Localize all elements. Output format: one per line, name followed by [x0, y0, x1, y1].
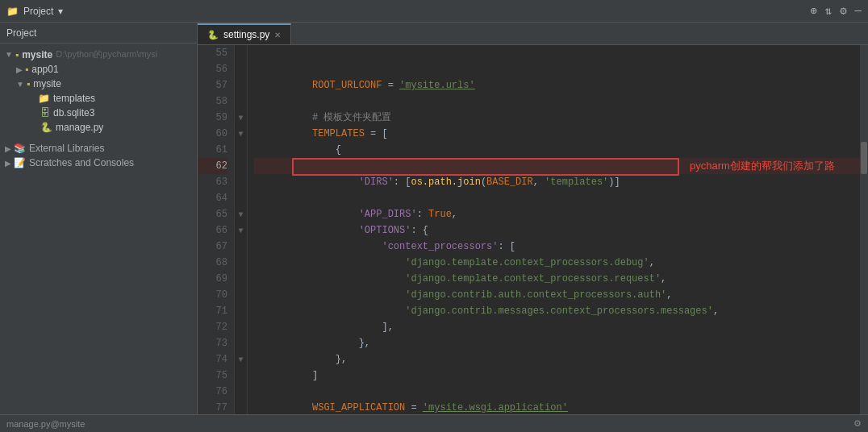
ln-55: 55	[198, 45, 227, 61]
ln-68: 68	[198, 255, 227, 271]
fg-72	[235, 319, 247, 335]
code-line-67: 'django.template.context_processors.debu…	[254, 239, 860, 255]
code-line-60: {	[254, 126, 860, 142]
tree-label-scratches: Scratches and Consoles	[29, 157, 134, 168]
add-icon[interactable]: ⊕	[810, 4, 816, 18]
fg-74[interactable]: ▼	[235, 351, 247, 368]
bottom-bar-right: ⚙	[853, 418, 862, 429]
project-tree[interactable]: ▼ ▪ mysite D:\python的pycharm\mysi ▶ ▪ ap…	[0, 44, 197, 414]
ln-69: 69	[198, 271, 227, 287]
minimize-icon[interactable]: —	[855, 4, 862, 18]
tab-bar: 🐍 settings.py ✕	[198, 23, 868, 45]
ln-72: 72	[198, 319, 227, 335]
tab-label-settings: settings.py	[223, 29, 269, 40]
fold-gutter: ▼ ▼ ▼ ▼ ▼	[235, 45, 248, 414]
annotation-text: pycharm创建的帮我们添加了路	[690, 158, 835, 174]
editor-area: 🐍 settings.py ✕ 55 56 57 58 59 60 61 62 …	[198, 23, 868, 414]
expand-arrow-app01: ▶	[16, 65, 23, 74]
tree-label-db: db.sqlite3	[53, 107, 94, 118]
tree-label-manage: manage.py	[56, 122, 103, 133]
ln-77: 77	[198, 400, 227, 414]
code-line-69: 'django.contrib.auth.context_processors.…	[254, 271, 860, 287]
code-line-57	[254, 77, 860, 93]
code-line-62: 'DIRS': [os.path.join(BASE_DIR, 'templat…	[254, 158, 860, 174]
fg-75	[235, 368, 247, 384]
tree-label-mysite: mysite	[22, 49, 52, 60]
fg-66[interactable]: ▼	[235, 222, 247, 239]
code-line-55	[254, 45, 860, 61]
ln-71: 71	[198, 303, 227, 319]
tree-item-mysite-root[interactable]: ▼ ▪ mysite D:\python的pycharm\mysi	[0, 47, 197, 62]
ln-60: 60	[198, 126, 227, 142]
left-panel: Project ▼ ▪ mysite D:\python的pycharm\mys…	[0, 23, 198, 414]
fg-77	[235, 400, 247, 414]
tree-label-mysite-sub: mysite	[33, 78, 61, 89]
folder-icon-mysite-sub: ▪	[27, 78, 30, 89]
fg-60[interactable]: ▼	[235, 126, 247, 142]
toolbar-icons: ⊕ ⇅ ⚙ —	[810, 4, 862, 18]
tree-item-external-libs[interactable]: ▶ 📚 External Libraries	[0, 141, 197, 156]
fg-71	[235, 303, 247, 319]
fg-70	[235, 287, 247, 303]
ln-58: 58	[198, 93, 227, 110]
fg-58	[235, 93, 247, 110]
fg-57	[235, 77, 247, 93]
fg-61	[235, 142, 247, 158]
code-line-56: ROOT_URLCONF = 'mysite.urls'	[254, 61, 860, 77]
sort-icon[interactable]: ⇅	[825, 4, 832, 18]
fg-69	[235, 271, 247, 287]
code-line-70: 'django.contrib.messages.context_process…	[254, 287, 860, 303]
dropdown-arrow[interactable]: ▾	[58, 6, 63, 17]
folder-icon-templates: 📁	[38, 93, 50, 104]
fg-73	[235, 335, 247, 351]
project-label: Project	[23, 6, 53, 17]
tree-path-mysite: D:\python的pycharm\mysi	[56, 48, 157, 60]
ln-67: 67	[198, 239, 227, 255]
code-line-65: 'OPTIONS': {	[254, 206, 860, 222]
tree-label-app01: app01	[31, 64, 58, 75]
tab-close-settings[interactable]: ✕	[274, 31, 281, 39]
project-header-label: Project	[6, 27, 36, 39]
line-numbers: 55 56 57 58 59 60 61 62 63 64 65 66 67 6…	[198, 45, 235, 414]
ln-74: 74	[198, 351, 227, 368]
scrollbar-thumb	[861, 142, 867, 174]
top-bar: 📁 Project ▾ ⊕ ⇅ ⚙ —	[0, 0, 868, 23]
bottom-gear-icon[interactable]: ⚙	[853, 418, 862, 429]
bottom-left-text: manage.py@mysite	[6, 419, 85, 429]
tree-item-scratches[interactable]: ▶ 📝 Scratches and Consoles	[0, 156, 197, 170]
lib-icon: 📚	[14, 143, 26, 154]
code-line-75	[254, 368, 860, 384]
ln-63: 63	[198, 174, 227, 190]
folder-icon-mysite: ▪	[15, 49, 19, 60]
right-scrollbar[interactable]	[860, 45, 868, 414]
bottom-bar: manage.py@mysite ⚙	[0, 414, 868, 432]
fg-62	[235, 158, 247, 174]
tab-settings-py[interactable]: 🐍 settings.py ✕	[198, 23, 291, 44]
fg-59[interactable]: ▼	[235, 110, 247, 126]
code-line-77	[254, 400, 860, 414]
fg-65[interactable]: ▼	[235, 206, 247, 222]
ln-59: 59	[198, 110, 227, 126]
code-line-59: TEMPLATES = [	[254, 110, 860, 126]
ln-56: 56	[198, 61, 227, 77]
tree-label-ext-libs: External Libraries	[29, 143, 104, 154]
code-editor[interactable]: 55 56 57 58 59 60 61 62 63 64 65 66 67 6…	[198, 45, 868, 414]
tree-item-mysite-sub[interactable]: ▼ ▪ mysite	[0, 77, 197, 91]
folder-icon-app01: ▪	[25, 64, 28, 75]
ln-62: 62	[198, 158, 227, 174]
code-line-63	[254, 174, 860, 190]
code-line-66: 'context_processors': [	[254, 222, 860, 239]
scratches-icon: 📝	[14, 157, 26, 168]
code-line-72: },	[254, 319, 860, 335]
settings-icon[interactable]: ⚙	[840, 4, 846, 18]
tree-item-app01[interactable]: ▶ ▪ app01	[0, 62, 197, 77]
fg-56	[235, 61, 247, 77]
tree-item-manage-py[interactable]: 🐍 manage.py	[0, 120, 197, 135]
code-line-64: 'APP_DIRS': True,	[254, 190, 860, 206]
tree-item-db-sqlite3[interactable]: 🗄 db.sqlite3	[0, 106, 197, 120]
code-content[interactable]: ROOT_URLCONF = 'mysite.urls' # 模板文件夹配置 T…	[248, 45, 860, 414]
fg-68	[235, 255, 247, 271]
tree-item-templates[interactable]: ▶ 📁 templates	[0, 91, 197, 106]
code-line-61: 'BACKEND': 'django.template.backends.dja…	[254, 142, 860, 158]
ln-65: 65	[198, 206, 227, 222]
